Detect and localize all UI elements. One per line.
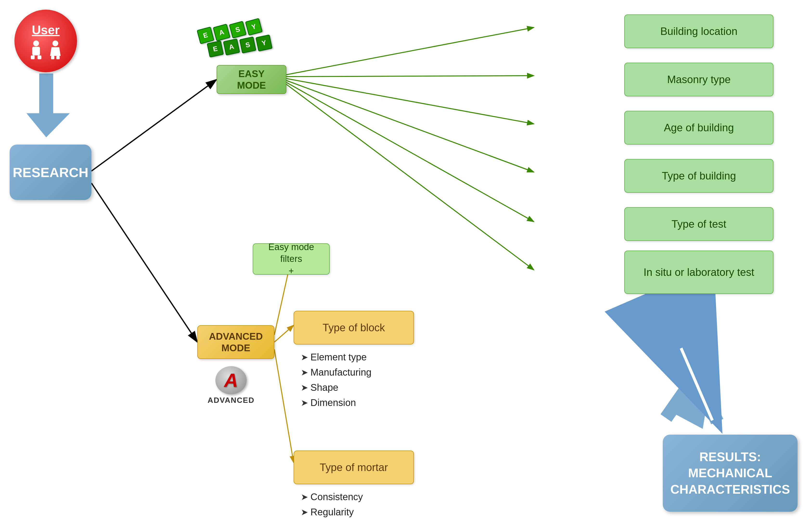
die-s2: S [239, 37, 256, 54]
dimension-label: Dimension [310, 397, 356, 408]
logo-circle: A [215, 366, 247, 394]
green-box-in-situ: In situ or laboratory test [624, 251, 773, 294]
yellow-box-type-of-block: Type of block [294, 311, 414, 345]
svg-line-7 [91, 183, 197, 342]
manufacturing-label: Manufacturing [310, 367, 371, 378]
in-situ-label: In situ or laboratory test [643, 265, 754, 279]
chevron-icon-2: ➤ [301, 367, 308, 378]
svg-point-25 [53, 41, 58, 46]
svg-line-12 [286, 82, 534, 222]
results-box: RESULTS: MECHANICAL CHARACTERISTICS [663, 435, 798, 512]
sub-item-dimension: ➤ Dimension [301, 397, 371, 408]
svg-line-9 [286, 76, 534, 76]
green-box-building-location: Building location [624, 14, 773, 48]
die-e2: E [207, 41, 224, 58]
results-label: RESULTS: MECHANICAL CHARACTERISTICS [663, 449, 798, 498]
shape-label: Shape [310, 382, 338, 393]
sub-item-element-type: ➤ Element type [301, 352, 371, 363]
sub-item-regularity: ➤ Regularity [301, 507, 363, 517]
mortar-sub-items: ➤ Consistency ➤ Regularity [301, 491, 363, 517]
chevron-icon-3: ➤ [301, 382, 308, 393]
svg-line-20 [681, 348, 712, 420]
person2-icon [48, 40, 62, 59]
sub-item-manufacturing: ➤ Manufacturing [301, 367, 371, 378]
svg-rect-27 [51, 56, 54, 59]
green-box-masonry-type: Masonry type [624, 62, 773, 96]
svg-line-11 [286, 81, 534, 172]
user-circle: User [14, 10, 77, 72]
svg-rect-17 [661, 359, 710, 422]
green-box-type-of-test: Type of test [624, 207, 773, 241]
block-sub-items: ➤ Element type ➤ Manufacturing ➤ Shape ➤… [301, 352, 371, 408]
die-e: E [197, 27, 214, 44]
logo-text: ADVANCED [208, 396, 255, 405]
building-location-label: Building location [661, 24, 737, 38]
svg-rect-4 [39, 73, 53, 114]
user-icons [29, 40, 62, 59]
advanced-mode-label: ADVANCEDMODE [209, 331, 263, 354]
advanced-logo: A ADVANCED [207, 366, 255, 405]
svg-marker-5 [27, 113, 70, 137]
chevron-icon-6: ➤ [301, 507, 308, 517]
filters-box: Easy mode filters+ [253, 243, 330, 275]
type-of-building-label: Type of building [662, 169, 736, 183]
svg-line-19 [686, 349, 717, 422]
svg-marker-18 [667, 386, 710, 429]
green-box-type-of-building: Type of building [624, 159, 773, 193]
chevron-icon-4: ➤ [301, 398, 308, 408]
die-a2: A [223, 38, 240, 55]
user-label: User [32, 23, 60, 37]
regularity-label: Regularity [310, 507, 354, 517]
svg-rect-23 [31, 55, 35, 59]
die-y2: Y [255, 34, 273, 52]
die-y: Y [245, 18, 263, 36]
easy-dice: E A S Y E A S Y [197, 14, 272, 62]
age-of-building-label: Age of building [664, 121, 734, 135]
svg-line-6 [91, 80, 217, 171]
die-a: A [213, 24, 230, 41]
type-of-mortar-label: Type of mortar [320, 461, 388, 473]
chevron-icon-5: ➤ [301, 492, 308, 502]
logo-a-letter: A [224, 369, 238, 391]
svg-rect-24 [38, 55, 41, 59]
svg-line-10 [286, 79, 534, 124]
die-s: S [229, 21, 246, 38]
type-of-test-label: Type of test [671, 217, 726, 231]
svg-marker-26 [50, 47, 61, 56]
green-box-age-of-building: Age of building [624, 111, 773, 144]
element-type-label: Element type [310, 352, 366, 363]
yellow-box-type-of-mortar: Type of mortar [294, 450, 414, 484]
sub-item-shape: ➤ Shape [301, 382, 371, 393]
svg-line-15 [274, 325, 294, 342]
svg-point-21 [33, 41, 39, 46]
research-label: RESEARCH [13, 165, 88, 180]
easy-mode-label: EASYMODE [237, 68, 266, 91]
sub-item-consistency: ➤ Consistency [301, 491, 363, 502]
chevron-icon-1: ➤ [301, 352, 308, 362]
svg-line-8 [286, 27, 534, 75]
research-box: RESEARCH [10, 144, 91, 200]
svg-rect-22 [32, 47, 40, 55]
consistency-label: Consistency [310, 491, 363, 502]
person1-icon [29, 40, 43, 59]
type-of-block-label: Type of block [322, 322, 385, 334]
svg-line-16 [274, 349, 294, 463]
masonry-type-label: Masonry type [667, 72, 731, 86]
advanced-mode-box: ADVANCEDMODE [197, 325, 274, 359]
filters-label: Easy mode filters+ [258, 241, 324, 277]
easy-mode-box: EASYMODE [217, 65, 286, 94]
svg-rect-28 [56, 56, 60, 59]
